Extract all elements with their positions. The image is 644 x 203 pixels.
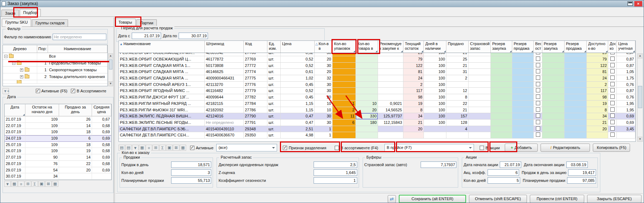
available-checkbox[interactable] — [610, 101, 615, 105]
split-flag-checkbox[interactable]: Признак разделения — [283, 146, 326, 150]
calculator-icon[interactable]: ⊞ — [25, 181, 31, 187]
export-excel-icon[interactable]: ⊠ — [45, 181, 52, 187]
daily-sales-row[interactable]: 26.07.19 109 19 0,68 — [5, 148, 111, 154]
numbering-icon[interactable]: ≡ — [18, 181, 24, 187]
available-checkbox[interactable] — [610, 69, 615, 73]
checkbox-icon[interactable] — [335, 146, 339, 150]
copy-button[interactable]: Копировать (F5) — [593, 144, 630, 152]
available-checkbox[interactable] — [610, 82, 615, 86]
daily-sales-row[interactable]: 30.07.19 34 — [5, 173, 111, 180]
available-checkbox[interactable] — [610, 76, 615, 80]
filter-by-name-input[interactable]: Не определено — [53, 34, 106, 40]
product-row[interactable]: РЕЗ.ЖЕВ.ЭКЛИПС ЛЕСНЫЕ ЯГОДЫ... Не опреде… — [119, 120, 635, 126]
products-column-header[interactable]: Ценаучетная — [617, 41, 635, 53]
goods-qty-cell[interactable] — [356, 69, 378, 75]
daily-sales-row[interactable]: 23.07.19 109 18 0,69 — [5, 129, 111, 135]
close-button[interactable]: Закрыть (ESCAPE) — [587, 195, 641, 203]
product-row[interactable]: САЛФЕТКИ ДЕТ.ВЛ.ПАМПЕРС СЕН... 401540063… — [119, 132, 635, 139]
daily-sales-row[interactable]: 22.07.19 109 14 0,68 — [5, 123, 111, 129]
scroll-up-icon[interactable]: ▲ — [108, 54, 113, 58]
available-checkbox[interactable] — [610, 53, 615, 54]
tree-row[interactable]: 2 Товары длительного хранения — [3, 73, 107, 80]
tree-column-header[interactable]: Дерево — [3, 45, 37, 53]
weight-checkbox[interactable] — [536, 88, 540, 92]
tab-sku-groups[interactable]: Группы SKU — [2, 19, 31, 26]
filter-add-icon[interactable]: ▼ — [132, 145, 139, 151]
packs-qty-cell[interactable] — [333, 82, 356, 88]
packs-qty-cell[interactable] — [333, 126, 356, 132]
goods-qty-cell[interactable] — [356, 82, 378, 88]
tab-batches[interactable]: Партии — [136, 19, 157, 26]
weight-checkbox[interactable] — [536, 101, 540, 105]
in-promo-checkbox[interactable]: В акции — [480, 146, 500, 150]
scroll-up-icon[interactable]: ▲ — [638, 54, 643, 58]
products-column-header[interactable]: ▲ Наименование — [119, 41, 205, 53]
tab-goods[interactable]: Товары — [115, 19, 136, 26]
promo-field-input[interactable]: 21.07.19 — [500, 161, 521, 168]
products-column-header[interactable]: Рекомендуек закупке к — [378, 41, 403, 53]
export-excel-icon[interactable]: ⊠ — [173, 145, 179, 151]
available-checkbox[interactable] — [610, 132, 615, 137]
date-to-input[interactable]: 30.07.19 — [179, 33, 208, 39]
tree-row[interactable]: Все — [3, 53, 107, 60]
tree-row[interactable]: 1 Продовольственные товары — [3, 60, 107, 67]
products-column-header[interactable]: Текущийостаток — [403, 41, 424, 53]
promo-field-input[interactable]: 6 — [488, 169, 519, 176]
product-row[interactable]: РЕЗ.ЖЕВ.РИГЛИ МЯТНЫЙ РАЗРЯД ... 42182115… — [119, 101, 635, 107]
print-icon[interactable]: ▣ — [166, 145, 173, 151]
cancel-button[interactable]: Отменить (shift ESCAPE) — [469, 195, 527, 203]
filter-add-icon[interactable]: ▼+ — [3, 88, 9, 94]
add-button[interactable]: +Добавить — [505, 144, 538, 152]
columns-icon[interactable]: ▦ — [139, 145, 145, 151]
close-icon[interactable]: × — [634, 1, 642, 6]
expand-collapse-icon[interactable] — [12, 62, 15, 65]
packs-qty-cell[interactable] — [333, 56, 356, 63]
daily-sales-row[interactable]: 24.07.19 109 6 0,69 — [5, 135, 111, 142]
calculator-icon[interactable]: ⊞ — [152, 145, 159, 151]
remove-columns-icon[interactable]: ▦ — [52, 181, 58, 187]
packs-qty-cell[interactable] — [333, 88, 356, 94]
available-checkbox[interactable] — [610, 113, 615, 118]
calc-field-input[interactable]: 1,645 — [314, 169, 357, 176]
goods-qty-cell[interactable] — [356, 94, 378, 101]
goods-qty-cell[interactable]: 330 — [356, 113, 378, 120]
packs-qty-cell[interactable]: 1 — [333, 101, 356, 107]
product-row[interactable]: РЕЗ.ЖЕВ.ОРБИТ СЛАДКАЯ МЯТА 1... 50173808… — [119, 63, 635, 69]
tree-scrollbar[interactable]: ▲ ▼ — [108, 53, 113, 86]
sold-column-header[interactable]: Продано за день — [59, 104, 92, 116]
products-column-header[interactable]: Резервпродажа — [512, 41, 534, 53]
remove-columns-icon[interactable]: ▦ — [180, 145, 186, 151]
product-row[interactable]: САЛФЕТКИ ДЕТ.ВЛ.ПАМПЕРС БЭБ... 401540043… — [119, 126, 635, 132]
product-row[interactable]: РЕЗ.ЖЕВ.РИГЛИ ФЬЮЖН 31Г WRI... 42182092 … — [119, 107, 635, 113]
products-column-header[interactable]: Весост — [534, 41, 542, 53]
checkbox-icon[interactable] — [480, 146, 484, 150]
filter-checkbox[interactable]: Активные (F5) — [36, 89, 68, 93]
tab-warehouse-groups[interactable]: Группы складов — [32, 19, 68, 26]
daily-sales-row[interactable]: 27.07.19 90 14 0,69 — [5, 154, 111, 161]
products-column-header[interactable]: Код — [244, 41, 267, 53]
filter-checkbox[interactable]: В Ассортименте — [71, 89, 106, 93]
weight-checkbox[interactable] — [536, 120, 540, 124]
calc-field-input[interactable]: 2,5 — [314, 161, 357, 168]
goods-qty-cell[interactable] — [356, 75, 378, 82]
filter-add-icon[interactable]: ▼ — [4, 181, 11, 187]
products-column-header[interactable]: Резервпродажа — [565, 41, 587, 53]
name-column-header[interactable]: Наименование — [48, 45, 107, 53]
sales-field-input[interactable]: 18,571 — [171, 161, 211, 168]
tree-row[interactable] — [3, 80, 107, 84]
checkbox-icon[interactable] — [190, 146, 194, 150]
goods-qty-cell[interactable] — [356, 126, 378, 132]
expand-groups-icon[interactable]: ▤ — [118, 145, 125, 151]
save-button[interactable]: Сохранить (alt ENTER) — [399, 195, 466, 203]
available-checkbox[interactable] — [610, 88, 615, 92]
weight-checkbox[interactable] — [536, 57, 540, 61]
daily-sales-row[interactable]: 25.07.19 109 18 0,68 — [5, 142, 111, 148]
checkbox-icon[interactable] — [36, 89, 40, 93]
product-row[interactable]: РЕЗ.ЖЕВ.ОРБИТ ОСВЕЖАЮЩИЙ Ц... 46177872 2… — [119, 56, 635, 63]
packs-qty-cell[interactable]: 6 — [333, 120, 356, 126]
calc-field-input[interactable]: 1 — [314, 177, 357, 184]
products-column-header[interactable]: Доско — [608, 41, 617, 53]
expand-collapse-icon[interactable] — [4, 55, 8, 58]
product-row[interactable]: РЕЗ.ЖЕВ.ОРБИТ ЯГОДНЫЙ МИКС ... 46116482 … — [119, 88, 635, 94]
packs-qty-cell[interactable] — [333, 132, 356, 139]
